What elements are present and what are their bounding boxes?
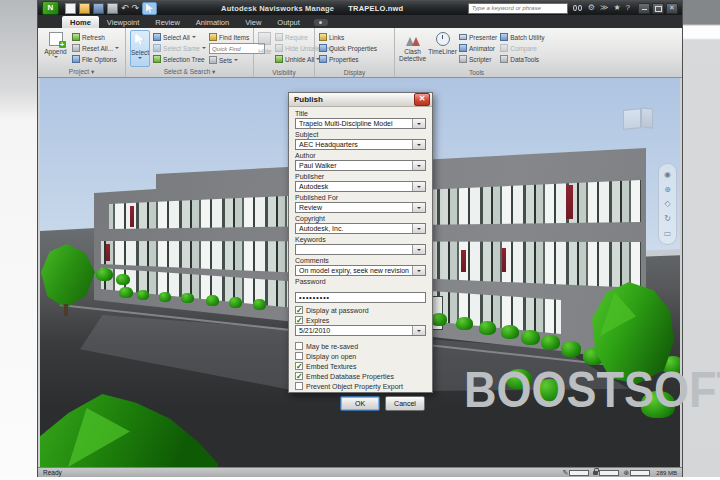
title-combobox[interactable]: Trapelo Multi-Discipline Model (295, 118, 426, 129)
published-for-combobox[interactable]: Review (295, 202, 426, 213)
checkbox-embed-database-properties[interactable]: ✓ Embed Database Properties (295, 372, 426, 380)
expire-date-combobox[interactable]: 5/21/2010 (295, 325, 426, 336)
look-tool-icon[interactable]: ↻ (664, 214, 671, 223)
zoom-tool-icon[interactable]: ◇ (664, 199, 670, 208)
combo-dropdown-button[interactable] (412, 326, 425, 335)
combo-dropdown-button[interactable] (412, 203, 425, 212)
ok-button[interactable]: OK (340, 396, 380, 411)
print-icon[interactable] (107, 3, 118, 14)
batch-utility-button[interactable]: Batch Utility (500, 32, 544, 42)
walk-tool-icon[interactable]: ▭ (664, 229, 672, 238)
author-combobox[interactable]: Paul Walker (295, 160, 426, 171)
field-comments: Comments On model expiry, seek new revis… (295, 256, 426, 276)
communication-center-icon[interactable]: ≫ (600, 4, 608, 12)
group-label-display[interactable]: Display (315, 69, 394, 76)
reset-all-button[interactable]: Reset All... (72, 43, 119, 53)
cancel-button[interactable]: Cancel (385, 396, 425, 411)
close-button[interactable]: ✕ (666, 3, 678, 14)
quick-properties-button[interactable]: Quick Properties (319, 43, 377, 53)
checkbox-prevent-object-property-export[interactable]: Prevent Object Property Export (295, 382, 426, 390)
dialog-close-button[interactable]: ✕ (414, 93, 430, 106)
properties-button[interactable]: Properties (319, 54, 377, 64)
combo-dropdown-button[interactable] (412, 182, 425, 191)
combo-dropdown-button[interactable] (412, 119, 425, 128)
new-file-icon[interactable] (65, 3, 76, 14)
checkbox-display-on-open[interactable]: Display on open (295, 352, 426, 360)
checkbox-display-at-password[interactable]: ✓ Display at password (295, 306, 426, 314)
datatools-button[interactable]: DataTools (500, 54, 544, 64)
tab-home[interactable]: Home (62, 16, 99, 28)
sets-icon (209, 56, 217, 64)
field-keywords: Keywords (295, 235, 426, 255)
tab-animation[interactable]: Animation (188, 16, 237, 28)
quick-properties-icon (319, 44, 327, 52)
restore-button[interactable] (652, 3, 664, 14)
comments-combobox[interactable]: On model expiry, seek new revision (295, 265, 426, 276)
minimize-button[interactable] (638, 3, 650, 14)
checkbox-box[interactable] (295, 382, 303, 390)
subject-combobox[interactable]: AEC Headquarters (295, 139, 426, 150)
dropdown-arrow-icon (115, 47, 119, 51)
favorites-star-icon[interactable]: ★ (613, 4, 620, 12)
file-options-button[interactable]: File Options (72, 54, 119, 64)
combo-dropdown-button[interactable] (412, 161, 425, 170)
presenter-icon (459, 33, 467, 41)
orbit-tool-icon[interactable]: ◉ (664, 170, 671, 179)
combo-dropdown-button[interactable] (412, 266, 425, 275)
pan-tool-icon[interactable]: ⊕ (664, 185, 671, 194)
tab-review[interactable]: Review (147, 16, 188, 28)
animator-button[interactable]: Animator (459, 43, 497, 53)
select-all-button[interactable]: Select All (153, 32, 206, 42)
publisher-combobox[interactable]: Autodesk (295, 181, 426, 192)
checkbox-box[interactable]: ✓ (295, 362, 303, 370)
tab-output[interactable]: Output (269, 16, 308, 28)
append-button[interactable]: + Append (42, 30, 69, 67)
viewcube[interactable] (619, 104, 657, 134)
help-icon[interactable]: ? (626, 4, 630, 12)
group-label-tools[interactable]: Tools (395, 69, 558, 76)
viewcube-face[interactable] (641, 107, 653, 128)
navisworks-app-button[interactable]: N (42, 1, 59, 15)
selection-tree-button[interactable]: Selection Tree (153, 54, 206, 64)
checkbox-box[interactable] (295, 352, 303, 360)
password-input[interactable] (295, 292, 426, 303)
group-label-project[interactable]: Project ▾ (38, 68, 125, 76)
keywords-combobox[interactable] (295, 244, 426, 255)
open-file-icon[interactable] (79, 3, 90, 14)
checkbox-box[interactable] (295, 342, 303, 350)
scripter-button[interactable]: Scripter (459, 54, 497, 64)
search-icon[interactable] (573, 5, 583, 11)
document-title: TRAPELO.nwd (348, 4, 403, 13)
combo-dropdown-button[interactable] (412, 140, 425, 149)
redo-icon[interactable]: ↷ (132, 4, 140, 13)
viewcube-face[interactable] (623, 108, 641, 130)
group-label-visibility[interactable]: Visibility (254, 69, 314, 76)
checkbox-box[interactable]: ✓ (295, 316, 303, 324)
checkbox-expires[interactable]: ✓ Expires (295, 316, 426, 324)
clash-detective-button[interactable]: Clash Detective (399, 30, 426, 67)
checkbox-may-be-resaved[interactable]: May be re-saved (295, 342, 426, 350)
select-tool-quick-button[interactable] (142, 2, 157, 15)
tab-viewpoint[interactable]: Viewpoint (99, 16, 147, 28)
presenter-button[interactable]: Presenter (459, 32, 497, 42)
checkbox-embed-textures[interactable]: ✓ Embed Textures (295, 362, 426, 370)
refresh-button[interactable]: Refresh (72, 32, 119, 42)
combo-dropdown-button[interactable] (412, 224, 425, 233)
tab-view[interactable]: View (237, 16, 269, 28)
checkbox-box[interactable]: ✓ (295, 372, 303, 380)
checkbox-box[interactable]: ✓ (295, 306, 303, 314)
infocenter-search-input[interactable] (468, 3, 568, 14)
copyright-combobox[interactable]: Autodesk, Inc. (295, 223, 426, 234)
reset-icon (72, 44, 80, 52)
combo-dropdown-button[interactable] (412, 245, 425, 254)
select-button[interactable]: Select (130, 30, 150, 67)
subscription-icon[interactable]: ⚙ (588, 4, 595, 12)
links-button[interactable]: Links (319, 32, 377, 42)
ribbon-display-toggle[interactable] (314, 19, 328, 26)
timeliner-button[interactable]: TimeLiner (429, 30, 456, 67)
dialog-title-bar[interactable]: Publish ✕ (289, 93, 432, 107)
undo-icon[interactable]: ↶ (121, 4, 129, 13)
group-label-select-search[interactable]: Select & Search ▾ (126, 68, 253, 76)
save-file-icon[interactable] (93, 3, 104, 14)
bush (479, 321, 496, 335)
